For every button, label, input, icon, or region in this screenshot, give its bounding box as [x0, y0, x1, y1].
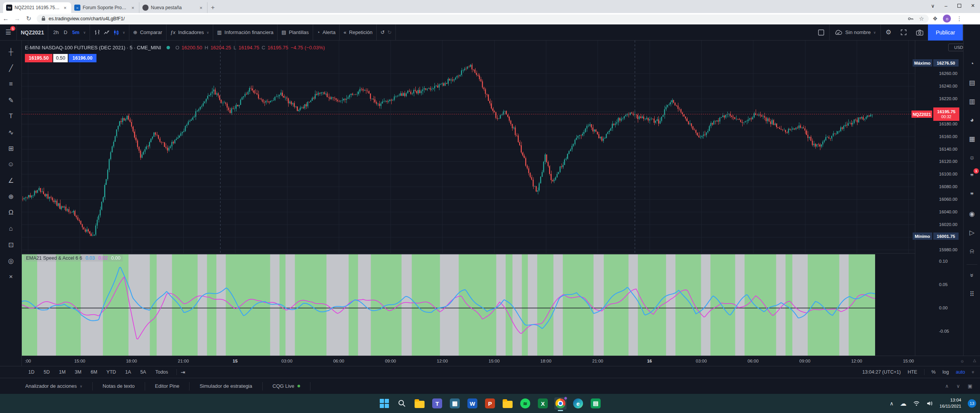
magnet-tool-icon[interactable]: Ω	[0, 206, 22, 220]
taskbar-clock[interactable]: 13:04 16/11/2021	[939, 397, 961, 409]
layout-select-button[interactable]	[813, 24, 829, 41]
news-icon[interactable]: ▤	[964, 76, 980, 89]
pattern-tool-icon[interactable]: ∿	[0, 125, 22, 139]
collapse-sidebar-icon[interactable]: »	[964, 269, 980, 282]
file-explorer-icon[interactable]	[413, 397, 426, 410]
financials-button[interactable]: ▥Información financiera	[213, 24, 278, 41]
range-button-1M[interactable]: 1M	[54, 369, 70, 375]
browser-tab[interactable]: ∞Forum Soporte ProBuilder - ProR×	[71, 2, 139, 13]
indicator-legend[interactable]: EMA21 Speed & Accel 6 6 0.03 0.02 0.00	[24, 255, 123, 262]
line-style-icon[interactable]	[103, 29, 110, 36]
chrome-icon[interactable]	[554, 397, 567, 410]
extensions-icon[interactable]: ❖	[933, 15, 938, 22]
interval-button-2h[interactable]: 2h	[52, 29, 60, 35]
word-icon[interactable]: W	[466, 397, 479, 410]
log-scale-button[interactable]: log	[942, 369, 949, 375]
spotify-icon[interactable]: ≋	[519, 397, 531, 410]
panel-tab[interactable]: Editor Pine	[145, 382, 190, 390]
calendar-icon[interactable]: ▦	[964, 132, 980, 145]
text-tool-icon[interactable]: T	[0, 109, 22, 123]
panel-tab[interactable]: Notas de texto	[93, 382, 145, 390]
range-button-3M[interactable]: 3M	[70, 369, 86, 375]
interval-button-5m[interactable]: 5m	[71, 29, 81, 35]
notes-icon[interactable]: ▥	[964, 95, 980, 108]
snapshot-button[interactable]	[911, 24, 928, 41]
excel-icon[interactable]: X	[537, 397, 549, 410]
photos-icon[interactable]: ▦	[449, 397, 461, 410]
start-button[interactable]	[378, 397, 390, 410]
live-icon[interactable]: ▷	[964, 226, 980, 239]
url-bar[interactable]: es.tradingview.com/chart/u4LgBfF1/ ☆	[37, 15, 929, 23]
range-button-Todos[interactable]: Todos	[151, 369, 173, 375]
brush-tool-icon[interactable]: ✎	[0, 93, 22, 107]
bookmark-star-icon[interactable]: ☆	[919, 15, 924, 22]
minimize-button[interactable]: –	[944, 3, 947, 9]
trash-tool-icon[interactable]: ×	[0, 270, 22, 284]
redo-button[interactable]: ↻	[387, 29, 392, 35]
templates-button[interactable]: ▤Plantillas	[278, 24, 313, 41]
scroll-marker-icon[interactable]: △	[973, 358, 976, 363]
publish-button[interactable]: Publicar	[928, 24, 963, 41]
fullscreen-button[interactable]	[896, 24, 911, 41]
browser-tab[interactable]: TVNQZ2021 16195.75 ▲ +0.05% Si×	[3, 2, 71, 13]
timezone-button[interactable]: HTE	[908, 369, 917, 375]
reload-button[interactable]: ↻	[23, 15, 34, 22]
streams-icon[interactable]: ◉	[964, 207, 980, 220]
panel-tab[interactable]: Analizador de acciones∨	[15, 382, 93, 390]
symbol-button[interactable]: NQZ2021	[21, 29, 44, 36]
chat-icon[interactable]: ❞1	[964, 170, 980, 183]
session-sun-icon[interactable]: ☼	[960, 358, 964, 364]
lock-tool-icon[interactable]: ⊡	[0, 238, 22, 252]
private-chat-icon[interactable]: ❞	[964, 189, 980, 202]
crosshair-tool-icon[interactable]: ┼	[0, 45, 22, 59]
collapse-panel-icon[interactable]: »	[971, 371, 976, 374]
prediction-tool-icon[interactable]: ⊞	[0, 141, 22, 155]
panel-layout-icon[interactable]: ▣	[968, 383, 972, 389]
trend-line-tool-icon[interactable]: ╱	[0, 61, 22, 75]
replay-button[interactable]: «Repetición	[340, 24, 377, 41]
undo-button[interactable]: ↺	[381, 29, 385, 35]
browser-menu-icon[interactable]: ⋮	[956, 15, 962, 22]
percent-scale-button[interactable]: %	[931, 369, 936, 375]
chart-canvas[interactable]	[22, 41, 915, 356]
price-axis[interactable]: 16260.0016240.0016220.0016200.0016180.00…	[915, 41, 963, 366]
fib-tool-icon[interactable]: ≡	[0, 77, 22, 91]
server-clock[interactable]: 13:04:27 (UTC+1)	[862, 369, 900, 375]
main-menu-button[interactable]: ☰5	[4, 28, 13, 36]
browser-tab[interactable]: Nueva pestaña×	[139, 2, 207, 13]
bars-style-icon[interactable]	[94, 29, 101, 36]
range-button-1A[interactable]: 1A	[121, 369, 136, 375]
back-button[interactable]: ←	[0, 15, 11, 22]
chevron-down-icon[interactable]: ∨	[122, 31, 125, 34]
compare-button[interactable]: ⊕Comparar	[129, 24, 167, 41]
range-button-5A[interactable]: 5A	[136, 369, 150, 375]
alert-button[interactable]: ◔Alerta	[313, 24, 340, 41]
tab-search-icon[interactable]: ∨	[931, 3, 935, 9]
sheets-icon[interactable]: ▤	[590, 397, 602, 410]
volume-icon[interactable]	[926, 401, 933, 406]
sell-button[interactable]: 16195.50	[25, 54, 52, 62]
search-button[interactable]	[396, 397, 408, 410]
candles-style-icon[interactable]	[113, 29, 120, 36]
edge-icon[interactable]: e	[572, 397, 584, 410]
interval-button-D[interactable]: D	[62, 29, 68, 35]
range-button-6M[interactable]: 6M	[86, 369, 102, 375]
mail-folder-icon[interactable]	[501, 397, 514, 410]
draw-home-tool-icon[interactable]: ⌂	[0, 222, 22, 236]
auto-scale-button[interactable]: auto	[956, 369, 965, 375]
tab-close-icon[interactable]: ×	[62, 5, 68, 11]
forward-button[interactable]: →	[11, 15, 23, 22]
panel-tab[interactable]: Simulador de estrategia	[189, 382, 262, 390]
range-button-YTD[interactable]: YTD	[102, 369, 121, 375]
hide-tool-icon[interactable]: ◎	[0, 254, 22, 268]
close-button[interactable]: ×	[971, 2, 975, 9]
profile-avatar[interactable]: o	[943, 15, 951, 23]
time-axis[interactable]: :0015:0018:0021:001503:0006:0009:0012:00…	[22, 356, 915, 366]
powerpoint-icon[interactable]: P	[484, 397, 496, 410]
ruler-tool-icon[interactable]: ∠	[0, 174, 22, 187]
chart-settings-button[interactable]: ⚙	[881, 24, 896, 41]
key-icon[interactable]	[908, 16, 914, 22]
tray-chevron-icon[interactable]: ∧	[890, 400, 893, 406]
panel-up-icon[interactable]: ∧	[945, 383, 949, 389]
tab-close-icon[interactable]: ×	[198, 5, 204, 11]
